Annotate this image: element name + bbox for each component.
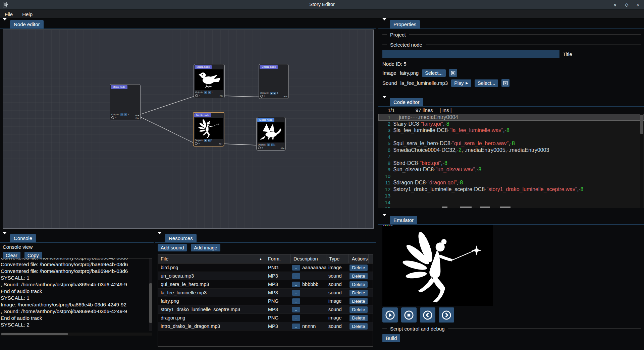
delete-button[interactable]: Delete (350, 323, 367, 330)
output-pin[interactable]: #0 ▸ (281, 147, 284, 150)
code-editor-area[interactable]: 1→jump····.mediaEntry00042$fairy·DC8·"fa… (378, 114, 644, 208)
collapse-icon[interactable] (382, 216, 387, 222)
output-pin[interactable]: #0 ▸ (136, 114, 139, 117)
edit-description-button[interactable]: .. (292, 290, 300, 296)
tab-resources[interactable]: Resources (165, 234, 197, 243)
console-hscrollbar[interactable] (1, 333, 152, 336)
edit-description-button[interactable]: .. (292, 324, 300, 329)
collapse-icon[interactable] (3, 234, 7, 240)
code-line[interactable]: 4 (378, 134, 644, 140)
code-line[interactable]: 10 (378, 173, 644, 180)
tab-node-editor[interactable]: Node editor (10, 20, 44, 29)
loop-toggle-icon[interactable] (258, 147, 261, 149)
code-line[interactable]: 1→jump····.mediaEntry0004 (378, 114, 644, 121)
sound-clear-button[interactable] (501, 79, 509, 87)
code-line[interactable]: 13 (378, 192, 644, 199)
console-vscrollbar[interactable] (149, 258, 152, 331)
delete-button[interactable]: Delete (350, 281, 367, 288)
decrement-output-button[interactable]: ◂ (204, 91, 207, 94)
output-pin[interactable]: #0 ▸ (219, 142, 223, 145)
code-line[interactable]: 5$qui_sera_le_hero·DC8·"qui_sera_le_hero… (378, 140, 644, 147)
code-line[interactable]: 15 (378, 206, 644, 208)
image-clear-button[interactable] (449, 69, 457, 77)
code-line[interactable]: 9$un_oiseau·DC8·"un_oiseau.wav",·8 (378, 166, 644, 173)
loop-toggle-icon[interactable] (195, 142, 198, 145)
arrow-left-button[interactable] (420, 307, 435, 323)
loop-toggle-icon[interactable] (195, 94, 198, 97)
shade-window-button[interactable]: ∨ (613, 2, 617, 7)
decrement-output-button[interactable]: ◂ (204, 139, 207, 142)
column-header-description[interactable]: Description (291, 254, 326, 263)
code-line[interactable]: 8$bird·DC8·"bird.qoi",·8 (378, 160, 644, 167)
delete-button[interactable]: Delete (350, 273, 367, 279)
sound-select-button[interactable]: Select... (475, 79, 498, 87)
tab-emulator[interactable]: Emulator (390, 216, 417, 225)
loop-toggle-icon[interactable] (260, 95, 263, 98)
decrement-output-button[interactable]: ◂ (120, 113, 123, 116)
output-pin[interactable]: #1 ▸ (136, 117, 139, 119)
build-button[interactable]: Build (382, 334, 400, 342)
media-node-bird[interactable]: Media nodeOutputs:◂▸1n#0 ▸ (194, 64, 225, 98)
column-header-type[interactable]: Type (326, 254, 348, 263)
resource-row[interactable]: qui_sera_le_hero.mp3MP3..bbbbbbsoundDele… (158, 280, 373, 289)
output-pin[interactable]: #0 ▸ (220, 95, 223, 97)
edit-description-button[interactable]: .. (292, 282, 300, 287)
arrow-right-button[interactable] (439, 307, 454, 323)
add-image-button[interactable]: Add image (191, 244, 220, 251)
code-line[interactable]: 12$story1_drako_luminelle_sceptre·DC8·"s… (378, 186, 644, 193)
edit-description-button[interactable]: .. (292, 265, 300, 271)
delete-button[interactable]: Delete (350, 306, 367, 313)
decrement-output-button[interactable]: ◂ (270, 92, 273, 95)
menu-item-help[interactable]: Help (22, 11, 33, 17)
code-line[interactable]: 3$la_fee_luminelle·DC8·"la_fee_luminelle… (378, 127, 644, 134)
column-header-actions[interactable]: Actions (348, 254, 369, 263)
decrement-output-button[interactable]: ◂ (267, 143, 270, 146)
edit-description-button[interactable]: .. (292, 315, 300, 321)
increment-output-button[interactable]: ▸ (271, 143, 274, 146)
increment-output-button[interactable]: ▸ (208, 139, 211, 142)
resource-row[interactable]: un_oiseau.mp3MP3..soundDelete (158, 272, 373, 280)
play-button[interactable] (382, 307, 398, 323)
resource-row[interactable]: story1_drako_luminelle_sceptre.mp3MP3..s… (158, 305, 373, 314)
code-line[interactable]: 6$mediaChoice0004·DC32,·2,·.mediaEntry00… (378, 147, 644, 154)
image-select-button[interactable]: Select... (422, 69, 445, 77)
choice-node[interactable]: Choice nodeConnect:◂▸1n#0 ▸ (259, 64, 289, 99)
titlebar[interactable]: Story Editor ∨◇× (0, 0, 644, 10)
media-node-fairy[interactable]: Media nodeOutputs:◂▸1n#0 ▸ (193, 112, 224, 147)
stop-button[interactable] (401, 307, 417, 323)
menu-node[interactable]: Menu nodeOutputs:◂▸2n#0 ▸#1 ▸ (110, 84, 141, 120)
column-header-form[interactable]: Form. (265, 254, 291, 263)
delete-button[interactable]: Delete (350, 315, 367, 321)
code-line[interactable]: 2$fairy·DC8·"fairy.qoi",·8 (378, 121, 644, 127)
resource-row[interactable]: la_fee_luminelle.mp3MP3..soundDelete (158, 289, 373, 297)
resource-row[interactable]: bird.pngPNG..aaaaaaaaaimageDelete (158, 264, 373, 272)
edit-description-button[interactable]: .. (292, 273, 300, 279)
code-editor-scrollbar[interactable] (640, 114, 643, 208)
resource-row[interactable]: intro_drako_le_dragon.mp3MP3..nnnnnsound… (158, 322, 373, 331)
maximize-window-button[interactable]: ◇ (625, 2, 629, 7)
collapse-icon[interactable] (382, 98, 387, 104)
add-sound-button[interactable]: Add sound (158, 244, 187, 251)
collapse-icon[interactable] (3, 20, 7, 26)
collapse-icon[interactable] (158, 234, 162, 240)
increment-output-button[interactable]: ▸ (124, 113, 127, 116)
tab-console[interactable]: Console (10, 234, 36, 243)
collapse-icon[interactable] (382, 20, 387, 26)
scrollbar-thumb[interactable] (640, 115, 643, 134)
loop-toggle-icon[interactable] (111, 116, 114, 119)
media-node-dragon[interactable]: Media nodeOutputs:◂▸1n#0 ▸ (256, 117, 286, 151)
edit-description-button[interactable]: .. (292, 307, 300, 312)
delete-button[interactable]: Delete (350, 290, 367, 296)
node-title-input[interactable] (382, 50, 559, 58)
close-window-button[interactable]: × (637, 2, 639, 7)
resource-row[interactable]: fairy.pngPNG..imageDelete (158, 297, 373, 305)
increment-output-button[interactable]: ▸ (208, 91, 211, 94)
code-line[interactable]: 11$dragon·DC8·"dragon.qoi",·8 (378, 179, 644, 186)
node-editor-canvas[interactable]: Menu nodeOutputs:◂▸2n#0 ▸#1 ▸Media nodeO… (3, 30, 374, 229)
scrollbar-thumb[interactable] (149, 283, 152, 323)
delete-button[interactable]: Delete (350, 298, 367, 304)
menu-item-file[interactable]: File (5, 11, 13, 17)
tab-properties[interactable]: Properties (390, 20, 420, 29)
tab-code-editor[interactable]: Code editor (390, 98, 423, 107)
column-header-file[interactable]: File▲ (158, 254, 265, 263)
